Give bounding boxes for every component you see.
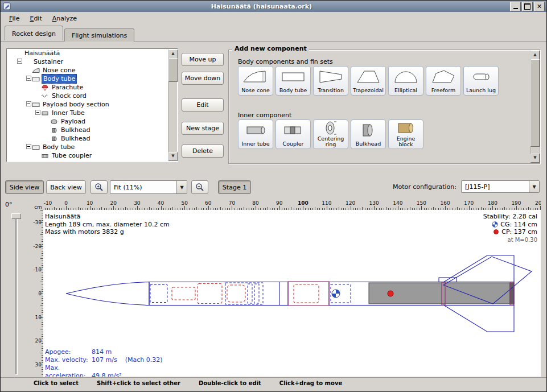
tree-item-body-tube[interactable]: Body tube [7,75,168,83]
back-view-button[interactable]: Back view [46,180,86,194]
freeform-icon [430,67,456,88]
rotation-slider-track[interactable] [15,214,18,375]
cg-value: CG: 114 cm [500,221,537,229]
status-hint: Click to select [34,380,79,386]
motor-configuration-select[interactable]: [J115-P] ▼ [461,180,540,193]
tree-item-payload[interactable]: Payload [7,117,168,126]
dropdown-arrow-icon[interactable]: ▼ [529,181,539,192]
tab-rocket-design[interactable]: Rocket design [5,26,63,40]
ruler-label-h: 30 [134,200,140,206]
add-body-tube-button[interactable]: Body tube [275,66,311,96]
tree-item-label: Tube coupler [51,151,93,160]
add-coupler-button[interactable]: Coupler [275,119,311,149]
tree-item-shock-cord[interactable]: Shock cord [7,92,168,100]
tree-item-sustainer[interactable]: Sustainer [7,57,168,66]
tree-scrollbar[interactable]: ▲ ▼ [168,49,177,161]
cg-icon [492,221,498,228]
add-transition-button[interactable]: Transition [313,66,348,96]
stage-1-toggle[interactable]: Stage 1 [218,180,251,194]
mach-condition: at M=0.30 [483,236,537,244]
scroll-up-icon[interactable]: ▲ [530,51,540,60]
scroll-down-icon[interactable]: ▼ [530,154,540,163]
tree-item-label: Haisunäätä [23,49,61,57]
scroll-down-icon[interactable]: ▼ [168,152,178,161]
rocket-view-canvas[interactable]: Haisunäätä Length 189 cm, max. diameter … [43,210,541,377]
tree-item-body-tube[interactable]: Body tube [7,143,168,151]
component-tree: HaisunäätäSustainerNose coneBody tubePar… [7,49,168,162]
titlebar: Haisunäätä (haisunaata.ork) ✕ [1,1,546,12]
add-freeform-button[interactable]: Freeform [426,66,461,96]
dropdown-arrow-icon[interactable]: ▼ [176,181,187,193]
side-view-button[interactable]: Side view [5,180,44,194]
tree-item-tube-coupler[interactable]: Tube coupler [7,151,168,160]
cp-icon [493,229,499,235]
add-inner-tube-button[interactable]: Inner tube [238,119,273,149]
tree-scroll-thumb[interactable] [168,58,178,82]
coupler-icon [41,151,51,160]
tab-flight-simulations[interactable]: Flight simulations [64,28,134,42]
tree-expander-icon[interactable] [25,100,32,109]
add-engine-block-button[interactable]: Engine block [388,119,423,149]
scroll-up-icon[interactable]: ▲ [168,49,178,59]
vertical-ruler: -30-20-100102030 [33,210,44,377]
zoom-in-icon [94,183,104,192]
tree-item-bulkhead[interactable]: Bulkhead [7,126,168,134]
menu-analyze[interactable]: Analyze [47,13,82,24]
add-bulkhead-button[interactable]: Bulkhead [351,119,386,149]
centeringring-icon [318,120,344,136]
tree-item-label: Bulkhead [60,126,91,134]
nosecone-icon [242,67,269,88]
add-elliptical-button[interactable]: Elliptical [388,66,423,96]
edit-button[interactable]: Edit [182,98,224,112]
ruler-label-v: 30 [35,362,42,368]
tree-item-inner-tube[interactable]: Inner Tube [7,109,168,117]
new-stage-button[interactable]: New stage [182,122,224,135]
ruler-label-h: 50 [181,200,187,206]
tree-item-haisunäätä[interactable]: Haisunäätä [7,49,168,57]
close-button[interactable]: ✕ [534,2,545,11]
tree-item-nose-cone[interactable]: Nose cone [7,66,168,75]
zoom-out-icon [195,183,204,192]
tree-item-bulkhead[interactable]: Bulkhead [7,134,168,143]
ruler-label-h: 200 [535,200,541,206]
tree-item-bulkhead[interactable]: Bulkhead [7,160,168,162]
tree-item-payload-body-section[interactable]: Payload body section [7,100,168,109]
tree-item-parachute[interactable]: Parachute [7,83,168,92]
tree-expander-icon[interactable] [25,75,32,83]
menu-file[interactable]: File [4,13,24,24]
maximize-button[interactable] [522,2,533,11]
tree-expander-icon[interactable] [25,143,32,151]
ruler-label-v: -30 [33,220,42,225]
add-trapezoidal-button[interactable]: Trapezoidal [351,66,386,96]
delete-button[interactable]: Delete [182,145,224,158]
zoom-in-button[interactable] [91,180,108,194]
minimize-button[interactable] [510,2,521,11]
add-centering-ring-button[interactable]: Centering ring [313,119,348,149]
engineblock-icon [393,120,419,136]
add-component-scrollbar[interactable]: ▲ ▼ [530,51,539,163]
menu-edit[interactable]: Edit [24,13,47,24]
ruler-label-v: 20 [35,338,42,344]
tree-item-label: Bulkhead [51,160,82,162]
tree-expander-icon[interactable] [34,109,41,117]
add-launch-lug-button[interactable]: Launch lug [463,66,499,96]
tree-expander-icon[interactable] [16,57,23,66]
coupler-icon [280,120,306,141]
zoom-out-button[interactable] [191,180,208,194]
stability-value: Stability: 2.28 cal [483,213,537,221]
ruler-label-h: 180 [488,200,497,206]
group-label-1: Inner component [238,112,291,119]
flight-stat-value: 814 m [92,348,112,356]
add-component-scroll-thumb[interactable] [530,59,540,147]
rotation-slider-thumb[interactable] [11,213,21,219]
move-down-button[interactable]: Move down [182,72,224,85]
ruler-label-h: 170 [464,200,474,206]
add-nose-cone-button[interactable]: Nose cone [238,66,273,96]
group-label-0: Body components and fin sets [238,58,333,65]
zoom-select[interactable]: Fit (11%) ▼ [110,180,187,194]
tree-item-label: Inner Tube [51,109,86,117]
tree-item-label: Payload body section [42,100,110,109]
statusbar: Click to selectShift+click to select oth… [1,377,546,391]
rotation-angle-label: 0° [5,201,13,208]
move-up-button[interactable]: Move up [182,53,224,66]
